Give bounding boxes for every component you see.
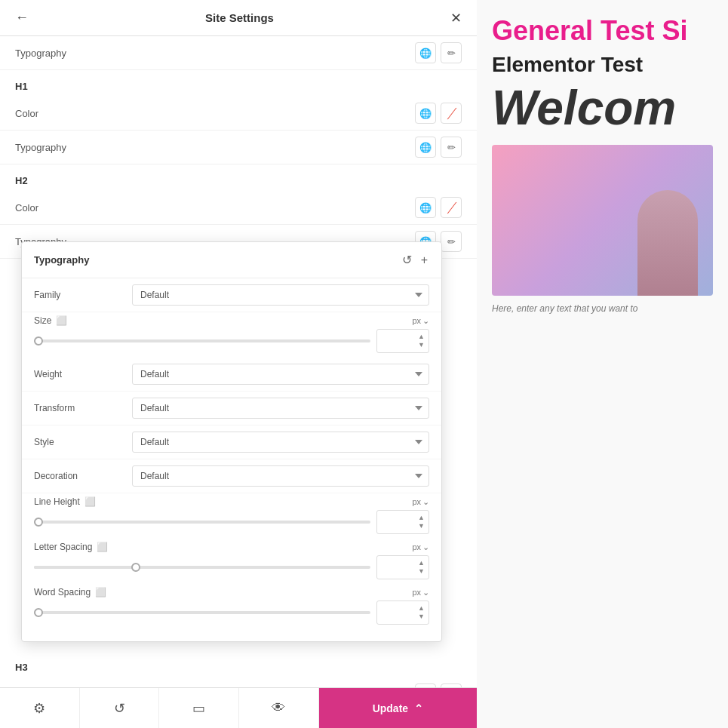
h2-color-label: Color — [15, 202, 38, 213]
globe-icon-button[interactable]: 🌐 — [415, 42, 436, 63]
decoration-label: Decoration — [34, 471, 132, 481]
size-monitor-icon: ⬜ — [56, 315, 67, 326]
transform-select[interactable]: Default NoneCapitalize UppercaseLowercas… — [132, 398, 429, 419]
word-spacing-row: Word Spacing ⬜ px ⌄ — [22, 584, 441, 629]
h3-color-row: Color 🌐 ╱ — [0, 677, 477, 687]
typography-global-controls: 🌐 ✏ — [415, 42, 462, 63]
style-select[interactable]: Default NormalItalicOblique — [132, 432, 429, 453]
weight-control: Default 100200300 400500600 700800900 — [132, 364, 429, 385]
size-slider-thumb[interactable] — [34, 336, 43, 346]
line-height-slider-row: ▲ ▼ — [34, 510, 429, 534]
size-row: Size ⬜ px ⌄ ▲ — [22, 312, 441, 358]
bottom-toolbar: ⚙ ↺ ▭ 👁 Update ⌃ — [0, 687, 477, 728]
style-label: Style — [34, 437, 132, 447]
letter-spacing-label-row: Letter Spacing ⬜ px ⌄ — [34, 542, 429, 552]
decoration-row: Decoration Default NoneUnderline Overlin… — [22, 459, 441, 493]
word-spacing-unit: px ⌄ — [412, 588, 429, 597]
word-spacing-slider-thumb[interactable] — [34, 608, 43, 617]
h1-section-label: H1 — [0, 70, 477, 97]
line-height-unit: px ⌄ — [412, 497, 429, 507]
decoration-select[interactable]: Default NoneUnderline OverlineLine-throu… — [132, 465, 429, 487]
word-spacing-label: Word Spacing ⬜ — [34, 587, 106, 597]
family-control: Default Arial Georgia Helvetica — [132, 284, 429, 306]
word-spacing-spin-up[interactable]: ▲ — [417, 604, 425, 613]
weight-select[interactable]: Default 100200300 400500600 700800900 — [132, 364, 429, 385]
h2-color-slash-btn[interactable]: ╱ — [441, 197, 462, 218]
line-height-input-field[interactable] — [382, 517, 416, 527]
update-button[interactable]: Update ⌃ — [319, 688, 477, 728]
popup-title: Typography — [34, 254, 89, 266]
word-spacing-spinners: ▲ ▼ — [417, 604, 425, 621]
line-height-row: Line Height ⬜ px ⌄ ▲ — [22, 493, 441, 539]
preview-welcome: Welcom — [492, 80, 713, 136]
h1-color-controls: 🌐 ╱ — [415, 103, 462, 124]
letter-spacing-spin-down[interactable]: ▼ — [417, 567, 425, 576]
word-spacing-slider-row: ▲ ▼ — [34, 601, 429, 625]
preview-title-2: Elementor Test — [492, 53, 713, 77]
close-button[interactable]: ✕ — [447, 7, 465, 29]
history-toolbar-btn[interactable]: ↺ — [80, 688, 160, 728]
history-icon: ↺ — [114, 700, 125, 717]
h2-color-globe-btn[interactable]: 🌐 — [415, 197, 436, 218]
word-spacing-number-input: ▲ ▼ — [376, 601, 429, 625]
size-spin-down[interactable]: ▼ — [417, 341, 425, 349]
h2-section-label: H2 — [0, 164, 477, 191]
line-height-slider-thumb[interactable] — [34, 518, 43, 527]
h3-section-label: H3 — [0, 651, 477, 677]
size-unit-selector[interactable]: px ⌄ — [412, 316, 429, 326]
h1-color-slash-btn[interactable]: ╱ — [441, 103, 462, 124]
line-height-spin-up[interactable]: ▲ — [417, 514, 425, 522]
settings-toolbar-btn[interactable]: ⚙ — [0, 688, 80, 728]
h1-typography-globe-btn[interactable]: 🌐 — [415, 137, 436, 158]
size-number-input: ▲ ▼ — [376, 329, 429, 353]
line-height-spin-down[interactable]: ▼ — [417, 522, 425, 530]
responsive-icon: ▭ — [192, 700, 205, 717]
panel-title: Site Settings — [205, 11, 274, 24]
preview-title-1: General Test Si — [492, 15, 713, 47]
preview-icon: 👁 — [272, 700, 285, 716]
popup-header: Typography ↺ + — [22, 242, 441, 278]
letter-spacing-slider-track[interactable] — [34, 566, 370, 569]
h1-typography-pencil-btn[interactable]: ✏ — [441, 137, 462, 158]
preview-toolbar-btn[interactable]: 👁 — [239, 688, 319, 728]
line-height-unit-selector[interactable]: px ⌄ — [412, 497, 429, 507]
responsive-toolbar-btn[interactable]: ▭ — [159, 688, 239, 728]
family-select[interactable]: Default Arial Georgia Helvetica — [132, 284, 429, 306]
letter-spacing-spinners: ▲ ▼ — [417, 559, 425, 576]
back-button[interactable]: ← — [12, 7, 32, 29]
h1-color-globe-btn[interactable]: 🌐 — [415, 103, 436, 124]
letter-spacing-spin-up[interactable]: ▲ — [417, 559, 425, 567]
size-slider-track[interactable] — [34, 339, 370, 342]
letter-spacing-monitor-icon: ⬜ — [97, 542, 108, 552]
pencil-icon-button[interactable]: ✏ — [441, 42, 462, 63]
word-spacing-spin-down[interactable]: ▼ — [417, 613, 425, 621]
size-spin-up[interactable]: ▲ — [417, 333, 425, 341]
word-spacing-unit-selector[interactable]: px ⌄ — [412, 588, 429, 597]
letter-spacing-unit: px ⌄ — [412, 542, 429, 552]
h1-typography-label: Typography — [15, 142, 66, 153]
letter-spacing-label: Letter Spacing ⬜ — [34, 542, 108, 552]
popup-reset-btn[interactable]: ↺ — [401, 251, 413, 269]
h1-color-row: Color 🌐 ╱ — [0, 97, 477, 131]
line-height-label-row: Line Height ⬜ px ⌄ — [34, 496, 429, 507]
letter-spacing-input-field[interactable] — [382, 562, 416, 573]
h1-typography-row: Typography 🌐 ✏ — [0, 131, 477, 164]
popup-add-btn[interactable]: + — [419, 251, 429, 269]
letter-spacing-slider-thumb[interactable] — [131, 563, 140, 572]
word-spacing-monitor-icon: ⬜ — [95, 587, 106, 597]
word-spacing-input-field[interactable] — [382, 607, 416, 618]
transform-control: Default NoneCapitalize UppercaseLowercas… — [132, 398, 429, 419]
right-panel: General Test Si Elementor Test Welcom He… — [477, 0, 728, 728]
typography-popup: Typography ↺ + Family Default Arial Geor… — [21, 241, 442, 642]
letter-spacing-unit-selector[interactable]: px ⌄ — [412, 542, 429, 552]
size-label: Size ⬜ — [34, 315, 67, 326]
panel-header: ← Site Settings ✕ — [0, 0, 477, 36]
word-spacing-label-row: Word Spacing ⬜ px ⌄ — [34, 587, 429, 597]
word-spacing-slider-track[interactable] — [34, 611, 370, 614]
line-height-slider-track[interactable] — [34, 521, 370, 524]
size-input-field[interactable] — [382, 336, 416, 346]
h2-typography-pencil-btn[interactable]: ✏ — [441, 231, 462, 252]
letter-spacing-slider-row: ▲ ▼ — [34, 555, 429, 579]
letter-spacing-slider-fill — [34, 566, 135, 569]
family-row: Family Default Arial Georgia Helvetica — [22, 278, 441, 312]
